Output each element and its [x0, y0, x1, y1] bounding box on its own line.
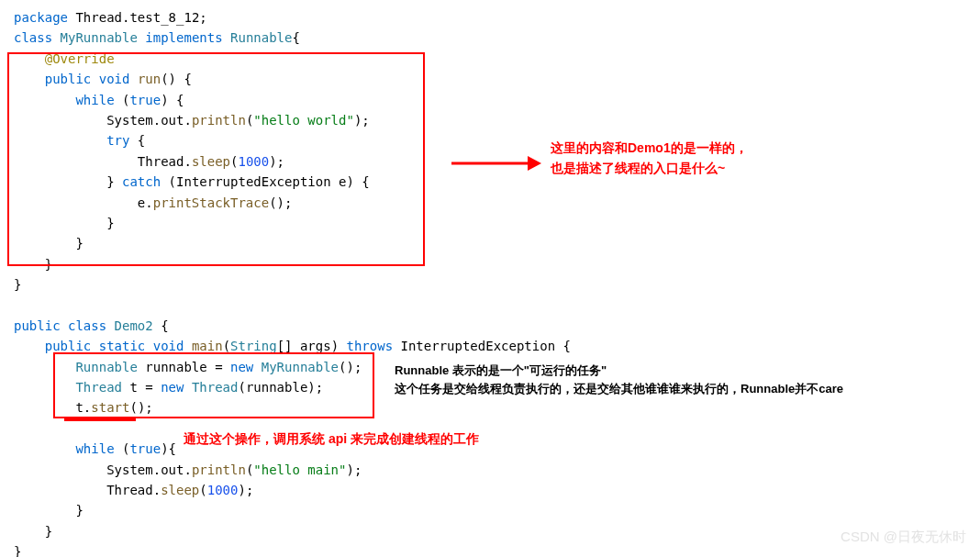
- svg-marker-1: [528, 156, 541, 171]
- annotation-start-desc: 通过这个操作，调用系统 api 来完成创建线程的工作: [184, 429, 479, 449]
- annotation-demo1-same: 这里的内容和Demo1的是一样的， 也是描述了线程的入口是什么~: [551, 138, 748, 179]
- underline-start-call: [64, 418, 136, 421]
- csdn-watermark: CSDN @日夜无休时: [841, 526, 966, 548]
- annotation-runnable-desc: Runnable 表示的是一个"可运行的任务" 这个任务是交给线程负责执行的，还…: [395, 362, 843, 397]
- code-block: package Thread.test_8_12; class MyRunnab…: [14, 7, 966, 557]
- arrow-icon: [450, 145, 541, 182]
